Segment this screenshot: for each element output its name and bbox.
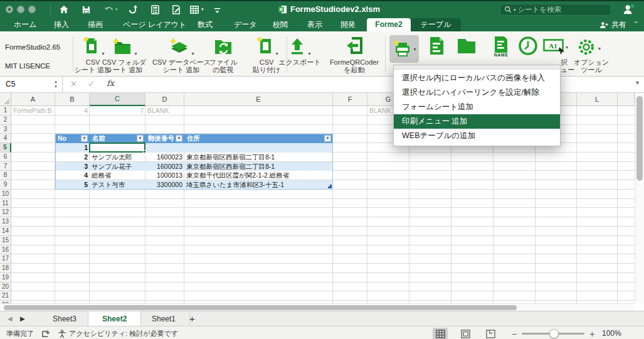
ribbon-tab-テーブル[interactable]: テーブル [411, 18, 461, 31]
column-header-L[interactable]: L [577, 93, 618, 106]
confirm-entry-icon[interactable]: ✓ [88, 79, 95, 89]
table-cell-D9[interactable]: 3300000 [145, 180, 184, 190]
select-all-corner[interactable] [0, 93, 11, 106]
row-header-10[interactable]: 10 [0, 190, 11, 199]
column-header-B[interactable]: B [55, 93, 90, 106]
cell-select-menu-button[interactable]: A1▾ [543, 39, 568, 55]
table-cell-E6[interactable]: 東京都新宿区西新宿二丁目8-1 [184, 153, 333, 162]
row-header-14[interactable]: 14 [0, 227, 11, 236]
table-cell-B6[interactable]: 2 [55, 153, 90, 162]
csv-database-sheet-add-button[interactable]: ▾ CSV データベースシート 追加 [152, 34, 210, 73]
column-header-A[interactable]: A [11, 93, 55, 106]
row-header-15[interactable]: 15 [0, 236, 11, 245]
insert-function-icon[interactable]: fx [107, 78, 114, 88]
calculator-icon[interactable] [150, 4, 160, 15]
form-sheet-add-button[interactable] [428, 36, 445, 57]
save-icon[interactable] [82, 4, 91, 15]
add-sheet-button[interactable]: + [189, 311, 195, 326]
profile-icon[interactable] [622, 4, 635, 18]
row-header-18[interactable]: 18 [0, 264, 11, 273]
undo-icon[interactable]: ▾ [104, 4, 118, 15]
ribbon-tab-ホーム[interactable]: ホーム [8, 18, 43, 31]
table-resize-handle[interactable] [328, 185, 332, 188]
home-icon[interactable] [59, 4, 69, 15]
print-menu-add-button[interactable]: ▾ [389, 35, 419, 63]
row-header-1[interactable]: 1 [0, 106, 11, 116]
row-header-13[interactable]: 13 [0, 217, 11, 227]
column-header-C[interactable]: C [90, 93, 145, 106]
zoom-out-icon[interactable]: − [512, 329, 517, 339]
page-break-view-button[interactable] [483, 328, 498, 339]
name-sheet-button[interactable]: NAME [493, 36, 509, 57]
zoom-slider[interactable] [522, 333, 584, 335]
table-cell-C7[interactable]: サンプル花子 [90, 162, 145, 171]
next-sheet-icon[interactable]: ▶ [20, 311, 25, 326]
namebox-stepper[interactable]: ▲▼ [53, 79, 59, 89]
options-tools-button[interactable]: ▾ [577, 38, 601, 58]
folder-button[interactable] [456, 36, 477, 56]
row-header-3[interactable]: 3 [0, 125, 11, 134]
cell-D1[interactable]: BLANK [145, 106, 184, 116]
row-header-9[interactable]: 9 [0, 180, 11, 190]
filter-dropdown-icon[interactable]: ▼ [137, 135, 144, 142]
cell-B1[interactable]: 4 [55, 106, 90, 116]
share-button[interactable]: 共有 [599, 18, 626, 31]
ribbon-tab-校閲[interactable]: 校閲 [267, 18, 294, 31]
table-cell-C6[interactable]: サンプル太郎 [90, 153, 145, 162]
row-header-2[interactable]: 2 [0, 116, 11, 125]
row-header-6[interactable]: 6 [0, 153, 11, 162]
cell-A1[interactable]: FormePath:B [11, 106, 55, 116]
table-cell-E9[interactable]: 埼玉県さいたま市浦和区3-十五-1 [184, 180, 333, 190]
horizontal-scrollbar[interactable] [0, 303, 635, 311]
minimize-window-button[interactable] [17, 6, 24, 13]
sheet-tab-Sheet1[interactable]: Sheet1 [138, 311, 190, 326]
ribbon-tab-描画[interactable]: 描画 [82, 18, 109, 31]
csv-folder-sheet-add-button[interactable]: ▾ CSV フォルダシート 追加 [99, 34, 149, 73]
row-header-19[interactable]: 19 [0, 273, 11, 282]
table-cell-B8[interactable]: 4 [55, 171, 90, 180]
menu-item-3[interactable]: フォームシート追加 [394, 100, 560, 114]
column-header-D[interactable]: D [145, 93, 184, 106]
file-watch-button[interactable]: ファイルの監視 [207, 34, 240, 73]
menu-item-4[interactable]: 印刷メニュー 追加 [394, 114, 560, 129]
fill-handle[interactable] [143, 150, 146, 153]
table-cell-B5[interactable]: 1 [55, 143, 90, 153]
table-cell-C9[interactable]: テスト与市 [90, 180, 145, 190]
column-header-partial[interactable] [618, 93, 635, 106]
close-window-button[interactable] [6, 6, 13, 13]
cell-C1[interactable]: 7 [90, 106, 145, 116]
redo-icon[interactable] [128, 4, 138, 15]
row-header-16[interactable]: 16 [0, 245, 11, 255]
menu-item-1[interactable]: 選択セル内にローカルパスの画像を挿入 [394, 71, 560, 85]
menu-item-2[interactable]: 選択セルにハイパーリンクを設定/解除 [394, 85, 560, 100]
filter-dropdown-icon[interactable]: ▼ [81, 135, 88, 142]
row-header-11[interactable]: 11 [0, 199, 11, 208]
column-header-F[interactable]: F [333, 93, 367, 106]
ribbon-tab-挿入[interactable]: 挿入 [48, 18, 75, 31]
prev-sheet-icon[interactable]: ◀ [8, 311, 13, 326]
selected-cell-C5[interactable] [89, 143, 145, 153]
sheet-tab-Sheet2[interactable]: Sheet2 [88, 311, 141, 326]
page-layout-view-button[interactable] [458, 328, 473, 339]
menu-item-5[interactable]: WEBテーブルの追加 [394, 129, 560, 143]
row-header-17[interactable]: 17 [0, 254, 11, 264]
row-header-7[interactable]: 7 [0, 162, 11, 171]
table-cell-E8[interactable]: 東京都千代田区霞が関2-1-2 総務省 [184, 171, 333, 180]
table-options-icon[interactable]: ▾ [190, 4, 204, 15]
zoom-in-icon[interactable]: + [589, 329, 594, 339]
macro-record-icon[interactable] [41, 330, 50, 338]
search-scope-caret-icon[interactable]: ▾ [514, 8, 516, 13]
row-header-5[interactable]: 5 [0, 143, 11, 153]
formeqrcoder-launch-button[interactable]: FormeQRCoderを起動 [326, 34, 383, 73]
sheet-pen-icon[interactable] [171, 4, 181, 15]
table-cell-D7[interactable]: 1600023 [145, 162, 184, 171]
accessibility-status[interactable]: アクセシビリティ: 検討が必要です [58, 329, 178, 338]
export-button[interactable]: ▾ エクスポート [278, 34, 321, 67]
vertical-scrollbar[interactable] [635, 93, 644, 303]
column-header-E[interactable]: E [184, 93, 333, 106]
ribbon-tab-開発[interactable]: 開発 [334, 18, 362, 31]
table-cell-E7[interactable]: 東京都新宿区西新宿二丁目8-1 [184, 162, 333, 171]
row-header-21[interactable]: 21 [0, 291, 11, 301]
row-header-8[interactable]: 8 [0, 171, 11, 180]
row-header-20[interactable]: 20 [0, 282, 11, 292]
